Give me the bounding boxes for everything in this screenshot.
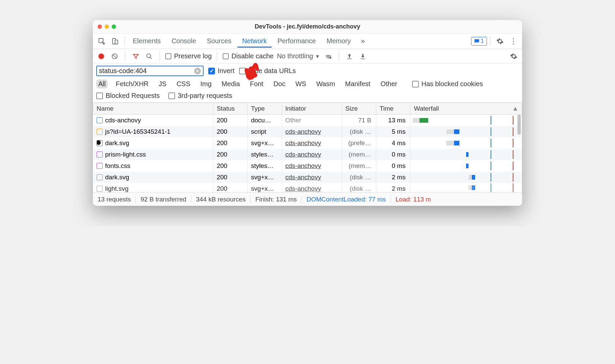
close-window-button[interactable] — [98, 24, 102, 29]
request-initiator[interactable]: cds-anchovy — [285, 174, 321, 181]
request-status: 200 — [213, 149, 247, 160]
tab-sources[interactable]: Sources — [202, 35, 236, 48]
request-initiator[interactable]: cds-anchovy — [285, 151, 321, 158]
window-title: DevTools - jec.fyi/demo/cds-anchovy — [93, 23, 522, 30]
filter-type-manifest[interactable]: Manifest — [343, 79, 373, 88]
request-waterfall — [410, 183, 522, 192]
request-initiator[interactable]: cds-anchovy — [285, 185, 321, 192]
request-waterfall — [410, 115, 522, 126]
col-waterfall[interactable]: Waterfall ▲ — [410, 103, 522, 115]
table-row[interactable]: fonts.css200styles…cds-anchovy(mem…0 ms — [93, 160, 522, 172]
throttling-label: No throttling — [277, 52, 313, 60]
filter-type-font[interactable]: Font — [248, 79, 265, 88]
col-initiator[interactable]: Initiator — [282, 103, 342, 115]
clear-filter-icon[interactable]: ✕ — [194, 68, 201, 74]
request-time: 5 ms — [376, 126, 410, 137]
status-bar: 13 requests 92 B transferred 344 kB reso… — [93, 192, 522, 206]
filter-type-other[interactable]: Other — [379, 79, 399, 88]
request-name: fonts.css — [105, 162, 130, 170]
table-header-row: Name Status Type Initiator Size Time Wat… — [93, 103, 522, 115]
status-domcontentloaded: DOMContentLoaded: 77 ms — [302, 196, 391, 203]
tab-network[interactable]: Network — [237, 35, 271, 48]
svg-point-4 — [147, 54, 151, 58]
preserve-log-checkbox[interactable]: Preserve log — [165, 52, 212, 60]
blocked-requests-label: Blocked Requests — [106, 92, 160, 100]
network-settings-icon[interactable] — [509, 51, 519, 61]
tab-console[interactable]: Console — [167, 35, 201, 48]
table-row[interactable]: cds-anchovy200docu…Other71 B13 ms — [93, 115, 522, 126]
table-row[interactable]: prism-light.css200styles…cds-anchovy(mem… — [93, 149, 522, 160]
request-size: (disk … — [342, 172, 376, 183]
filter-type-doc[interactable]: Doc — [271, 79, 287, 88]
table-row[interactable]: js?id=UA-165345241-1200scriptcds-anchovy… — [93, 126, 522, 137]
col-name[interactable]: Name — [93, 103, 213, 115]
hide-data-urls-checkbox[interactable]: Hide data URLs — [239, 67, 296, 75]
kebab-menu-icon[interactable]: ⋮ — [507, 35, 519, 47]
request-initiator[interactable]: cds-anchovy — [285, 128, 321, 135]
col-size[interactable]: Size — [342, 103, 376, 115]
filter-type-all[interactable]: All — [96, 79, 108, 88]
status-requests: 13 requests — [98, 196, 136, 203]
blocked-requests-checkbox[interactable]: Blocked Requests — [96, 92, 160, 100]
col-status[interactable]: Status — [213, 103, 247, 115]
record-button[interactable] — [96, 51, 106, 61]
file-plain-icon — [97, 174, 103, 180]
device-toolbar-icon[interactable] — [109, 35, 121, 47]
filter-icon[interactable] — [131, 51, 141, 61]
more-tabs-button[interactable]: » — [357, 35, 369, 47]
filter-type-img[interactable]: Img — [199, 79, 214, 88]
request-size: (disk … — [342, 126, 376, 137]
clear-button[interactable] — [110, 51, 120, 61]
tab-memory[interactable]: Memory — [322, 35, 355, 48]
throttling-dropdown[interactable]: No throttling ▼ — [277, 52, 320, 60]
filter-type-media[interactable]: Media — [220, 79, 242, 88]
filter-type-js[interactable]: JS — [157, 79, 168, 88]
request-initiator[interactable]: cds-anchovy — [285, 139, 321, 146]
separator — [124, 37, 125, 46]
third-party-label: 3rd-party requests — [178, 92, 232, 100]
tab-performance[interactable]: Performance — [273, 35, 321, 48]
request-size: 71 B — [342, 115, 376, 126]
has-blocked-cookies-checkbox[interactable]: Has blocked cookies — [412, 80, 483, 88]
col-time[interactable]: Time — [376, 103, 410, 115]
request-status: 200 — [213, 126, 247, 137]
filter-type-wasm[interactable]: Wasm — [314, 79, 337, 88]
settings-icon[interactable] — [494, 35, 506, 47]
checkbox-checked-icon — [208, 68, 215, 74]
request-name: prism-light.css — [105, 151, 146, 158]
zoom-window-button[interactable] — [112, 24, 116, 29]
minimize-window-button[interactable] — [105, 24, 109, 29]
network-conditions-icon[interactable] — [323, 51, 333, 61]
col-type[interactable]: Type — [247, 103, 282, 115]
table-row[interactable]: light.svg200svg+x…cds-anchovy(disk …2 ms — [93, 183, 522, 192]
issues-badge[interactable]: 1 — [471, 37, 487, 46]
request-time: 2 ms — [376, 183, 410, 192]
network-toolbar: Preserve log Disable cache No throttling… — [93, 49, 522, 64]
upload-har-icon[interactable] — [344, 51, 354, 61]
filter-type-ws[interactable]: WS — [293, 79, 308, 88]
request-initiator[interactable]: cds-anchovy — [285, 162, 321, 169]
download-har-icon[interactable] — [358, 51, 368, 61]
status-resources: 344 kB resources — [191, 196, 251, 203]
disable-cache-checkbox[interactable]: Disable cache — [223, 52, 274, 60]
request-time: 0 ms — [376, 149, 410, 160]
filter-type-fetchxhr[interactable]: Fetch/XHR — [114, 79, 151, 88]
filter-type-css[interactable]: CSS — [174, 79, 192, 88]
table-row[interactable]: dark.svg200svg+x…cds-anchovy(prefe…4 ms — [93, 137, 522, 149]
third-party-checkbox[interactable]: 3rd-party requests — [168, 92, 232, 100]
request-status: 200 — [213, 183, 247, 192]
filter-input[interactable] — [99, 67, 194, 75]
invert-checkbox[interactable]: Invert — [208, 67, 234, 75]
window-controls — [98, 24, 116, 29]
status-transferred: 92 B transferred — [136, 196, 191, 203]
filter-input-wrap[interactable]: ✕ — [96, 66, 204, 76]
tab-elements[interactable]: Elements — [128, 35, 165, 48]
request-waterfall — [410, 172, 522, 183]
request-size: (mem… — [342, 149, 376, 160]
request-time: 13 ms — [376, 115, 410, 126]
search-icon[interactable] — [144, 51, 154, 61]
request-name: dark.svg — [105, 139, 129, 147]
issues-count: 1 — [481, 38, 484, 45]
inspect-element-icon[interactable] — [96, 35, 108, 47]
table-row[interactable]: dark.svg200svg+x…cds-anchovy(disk …2 ms — [93, 172, 522, 183]
